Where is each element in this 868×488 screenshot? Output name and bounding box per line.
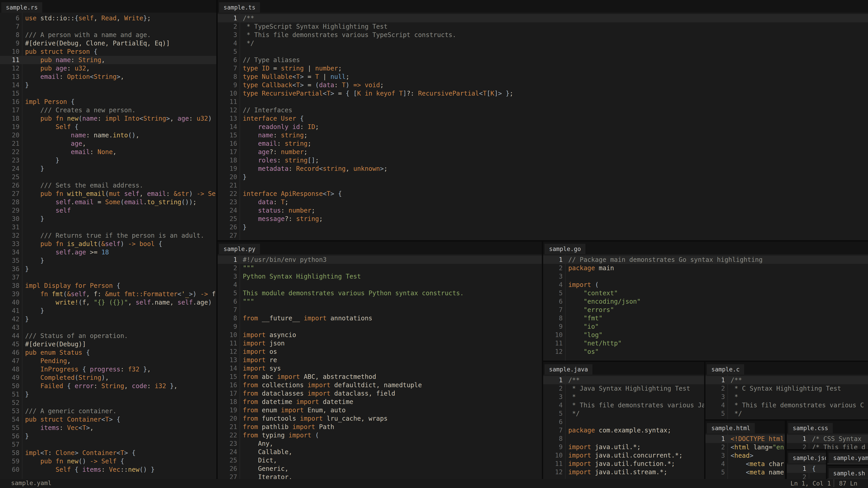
code-line[interactable]: 10type RecursivePartial<T> = { [K in key… — [218, 89, 868, 98]
code-line[interactable]: 4 * This file demonstrates various Ja — [543, 401, 704, 410]
code-line[interactable]: 36} — [0, 265, 216, 273]
code-line[interactable]: 16 email: string; — [218, 139, 868, 148]
code-line[interactable]: 24 status: number; — [218, 206, 868, 215]
code-line[interactable]: 9 — [218, 322, 542, 331]
code-line[interactable]: 43 — [0, 323, 216, 332]
code-line[interactable]: 6 — [543, 418, 704, 426]
code-line[interactable]: 14} — [0, 81, 216, 89]
code-line[interactable]: 32 /// Returns true if the person is an … — [0, 231, 216, 240]
code-line[interactable]: 18from datetime import datetime — [218, 398, 542, 406]
code-line[interactable]: 23 data: T; — [218, 198, 868, 206]
code-line[interactable]: 15 — [0, 89, 216, 98]
code-line[interactable]: 42} — [0, 315, 216, 323]
code-line[interactable]: 10 "log" — [543, 331, 868, 339]
code-line[interactable]: 35 } — [0, 256, 216, 265]
code-line[interactable]: 20 name: name.into(), — [0, 131, 216, 139]
code-line[interactable]: 8from __future__ import annotations — [218, 314, 542, 322]
code-line[interactable]: 12 "os" — [543, 348, 868, 356]
code-line[interactable]: 26 /// Sets the email address. — [0, 181, 216, 190]
code-line[interactable]: 27 — [218, 231, 868, 240]
code-line[interactable]: 9#[derive(Debug, Clone, PartialEq, Eq)] — [0, 39, 216, 47]
code-line[interactable]: 9 "io" — [543, 322, 868, 331]
code-line[interactable]: 2 * Java Syntax Highlighting Test — [543, 384, 704, 393]
code-line[interactable]: 3 * — [543, 393, 704, 401]
code-line[interactable]: 1{ — [787, 464, 826, 473]
code-line[interactable]: 4 — [218, 281, 542, 289]
code-line[interactable]: 53/// A generic container. — [0, 407, 216, 415]
code-line[interactable]: 57 — [0, 440, 216, 449]
code-line[interactable]: 11 — [218, 98, 868, 106]
code-line[interactable]: 27 Iterator, — [218, 473, 542, 479]
code-editor[interactable]: 1/**2 * C Syntax Highlighting Test3 *4 *… — [706, 375, 868, 419]
code-line[interactable]: 44/// Status of an operation. — [0, 332, 216, 340]
code-line[interactable]: 12// Interfaces — [218, 106, 868, 114]
code-line[interactable]: 16from collections import defaultdict, n… — [218, 381, 542, 389]
code-line[interactable]: 56} — [0, 432, 216, 440]
code-line[interactable]: 5 */ — [706, 410, 868, 418]
code-line[interactable]: 9import java.util.*; — [543, 443, 704, 451]
code-line[interactable]: 51} — [0, 390, 216, 398]
code-line[interactable]: 34 self.age >= 18 — [0, 248, 216, 256]
code-line[interactable]: 9type Callback<T> = (data: T) => void; — [218, 81, 868, 89]
code-line[interactable]: 19from enum import Enum, auto — [218, 406, 542, 414]
code-line[interactable]: 45#[derive(Debug)] — [0, 340, 216, 348]
code-line[interactable]: 2 * TypeScript Syntax Highlighting Test — [218, 22, 868, 31]
code-line[interactable]: 41 } — [0, 306, 216, 315]
code-line[interactable]: 40 write!(f, "{} ({})", self.name, self.… — [0, 298, 216, 306]
code-line[interactable]: 3 * This file demonstrates various TypeS… — [218, 31, 868, 39]
code-line[interactable]: 26} — [218, 223, 868, 231]
code-editor[interactable]: 1/**2 * TypeScript Syntax Highlighting T… — [218, 13, 868, 240]
tab-sample-rs[interactable]: sample.rs — [1, 2, 42, 13]
code-line[interactable]: 10pub struct Person { — [0, 47, 216, 56]
code-line[interactable]: 14import sys — [218, 364, 542, 372]
code-line[interactable]: 59 pub fn new() -> Self { — [0, 457, 216, 465]
code-line[interactable]: 60 Self { items: Vec::new() } — [0, 465, 216, 474]
code-line[interactable]: 2 * C Syntax Highlighting Test — [706, 384, 868, 393]
code-line[interactable]: 11 "net/http" — [543, 339, 868, 348]
code-line[interactable]: 21 age, — [0, 139, 216, 148]
code-line[interactable]: 13import re — [218, 356, 542, 364]
tab-sample-yaml[interactable]: sample.yaml — [829, 453, 868, 463]
code-line[interactable]: 52 — [0, 398, 216, 407]
code-line[interactable]: 37 — [0, 273, 216, 282]
tab-sample-java[interactable]: sample.java — [545, 364, 592, 375]
code-line[interactable]: 10import java.util.concurrent.*; — [543, 451, 704, 459]
code-line[interactable]: 25 message?: string; — [218, 215, 868, 223]
code-line[interactable]: 24 Callable, — [218, 448, 542, 456]
code-line[interactable]: 19 Self { — [0, 123, 216, 131]
code-line[interactable]: 3<head> — [706, 451, 785, 460]
code-line[interactable]: 8type Nullable<T> = T | null; — [218, 72, 868, 81]
code-line[interactable]: 20from functools import lru_cache, wraps — [218, 414, 542, 423]
code-line[interactable]: 6use std::io::{self, Read, Write}; — [0, 14, 216, 22]
code-line[interactable]: 4 * This file demonstrates various C — [706, 401, 868, 410]
code-line[interactable]: 29 self — [0, 206, 216, 215]
code-line[interactable]: 21from pathlib import Path — [218, 423, 542, 431]
tab-sample-css[interactable]: sample.css — [788, 423, 833, 433]
code-line[interactable]: 38impl Display for Person { — [0, 282, 216, 290]
code-line[interactable]: 6""" — [218, 297, 542, 306]
code-line[interactable]: 4import ( — [543, 281, 868, 289]
code-line[interactable]: 13interface User { — [218, 114, 868, 123]
code-line[interactable]: 11 pub name: String, — [0, 56, 216, 64]
code-line[interactable]: 20} — [218, 173, 868, 181]
code-line[interactable]: 7package com.example.syntax; — [543, 426, 704, 434]
code-line[interactable]: 11import java.util.function.*; — [543, 459, 704, 468]
code-line[interactable]: 8 "fmt" — [543, 314, 868, 322]
code-line[interactable]: 58impl<T: Clone> Container<T> { — [0, 449, 216, 457]
code-line[interactable]: 11import json — [218, 339, 542, 348]
code-line[interactable]: 16impl Person { — [0, 98, 216, 106]
code-line[interactable]: 1/** — [543, 376, 704, 384]
code-line[interactable]: 13 email: Option<String>, — [0, 72, 216, 81]
code-line[interactable]: 1/* CSS Syntax — [787, 435, 868, 443]
code-line[interactable]: 22interface ApiResponse<T> { — [218, 190, 868, 198]
code-line[interactable]: 17 age?: number; — [218, 148, 868, 156]
code-line[interactable]: 14 readonly id: ID; — [218, 123, 868, 131]
code-line[interactable]: 23 Any, — [218, 440, 542, 448]
code-line[interactable]: 12 pub age: u32, — [0, 64, 216, 72]
code-line[interactable]: 30 } — [0, 215, 216, 223]
code-line[interactable]: 31 — [0, 223, 216, 231]
code-line[interactable]: 49 Completed(String), — [0, 373, 216, 382]
code-line[interactable]: 50 Failed { error: String, code: i32 }, — [0, 382, 216, 390]
code-line[interactable]: 3 * — [706, 393, 868, 401]
tab-sample-json[interactable]: sample.json — [788, 453, 826, 463]
